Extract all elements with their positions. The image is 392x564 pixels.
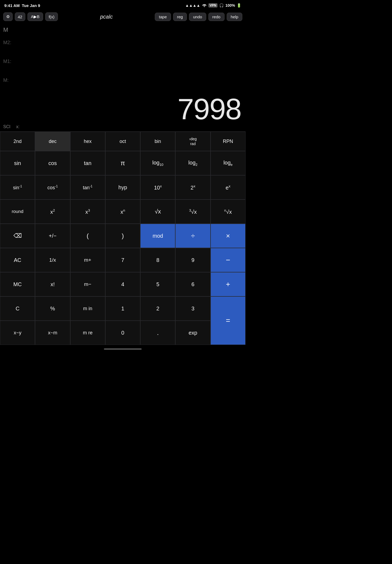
btn-acos[interactable]: cos-1 xyxy=(35,175,70,199)
calculator-grid: 2nd dec hex oct bin ›deg rad RPN sin cos… xyxy=(0,131,246,345)
redo-button[interactable]: redo xyxy=(208,13,225,21)
btn-multiply[interactable]: × xyxy=(211,224,246,248)
btn-1[interactable]: 1 xyxy=(105,296,140,321)
btn-percent[interactable]: % xyxy=(35,296,70,321)
btn-min[interactable]: m in xyxy=(70,296,105,321)
btn-oct[interactable]: oct xyxy=(105,132,140,151)
vpn-badge: VPN xyxy=(208,3,218,8)
toolbar: ⚙ 42 A▶B f(x) pcalc tape reg undo redo h… xyxy=(0,10,246,24)
btn-2nd[interactable]: 2nd xyxy=(0,132,35,151)
btn-xswapm[interactable]: x~m xyxy=(35,321,70,345)
btn-9[interactable]: 9 xyxy=(175,248,210,272)
btn-hex[interactable]: hex xyxy=(70,132,105,151)
btn-backspace[interactable]: ⌫ xyxy=(0,224,35,248)
stack-button[interactable]: 42 xyxy=(15,12,25,21)
btn-xn[interactable]: xn xyxy=(105,199,140,224)
btn-x2[interactable]: x2 xyxy=(35,199,70,224)
btn-dec[interactable]: dec xyxy=(35,132,70,151)
btn-mc[interactable]: MC xyxy=(0,272,35,296)
btn-ac[interactable]: AC xyxy=(0,248,35,272)
btn-3[interactable]: 3 xyxy=(175,296,210,321)
convert-button[interactable]: A▶B xyxy=(27,12,43,21)
btn-loge[interactable]: loge xyxy=(211,151,246,175)
home-indicator xyxy=(104,348,142,350)
btn-asin[interactable]: sin-1 xyxy=(0,175,35,199)
btn-subtract[interactable]: − xyxy=(211,248,246,272)
btn-round[interactable]: round xyxy=(0,199,35,224)
btn-mplus[interactable]: m+ xyxy=(70,248,105,272)
tape-button[interactable]: tape xyxy=(155,13,171,21)
time: 9:41 AM xyxy=(4,3,20,8)
btn-ex[interactable]: ex xyxy=(211,175,246,199)
btn-x3[interactable]: x3 xyxy=(70,199,105,224)
btn-atan[interactable]: tan-1 xyxy=(70,175,105,199)
btn-hyp[interactable]: hyp xyxy=(105,175,140,199)
btn-equals[interactable]: = xyxy=(211,296,246,345)
btn-sqrt[interactable]: √x xyxy=(140,199,175,224)
btn-sin[interactable]: sin xyxy=(0,151,35,175)
settings-button[interactable]: ⚙ xyxy=(3,12,13,21)
btn-xswapy[interactable]: x~y xyxy=(0,321,35,345)
btn-log10[interactable]: log10 xyxy=(140,151,175,175)
btn-open-paren[interactable]: ( xyxy=(70,224,105,248)
sci-label: SCI xyxy=(3,124,10,129)
btn-deg-rad[interactable]: ›deg rad xyxy=(175,132,210,151)
bottom-bar xyxy=(0,345,246,353)
mem-main-label: M xyxy=(3,26,8,33)
battery: 100% xyxy=(225,3,235,8)
display-area: M M2: M1: M: 7998 SCI x: xyxy=(0,24,246,131)
btn-6[interactable]: 6 xyxy=(175,272,210,296)
btn-factorial[interactable]: x! xyxy=(35,272,70,296)
status-bar: 9:41 AM Tue Jan 9 ▲▲▲▲ VPN 🎧 100% 🔋 xyxy=(0,0,246,10)
btn-10x[interactable]: 10x xyxy=(140,175,175,199)
btn-2x[interactable]: 2x xyxy=(175,175,210,199)
date: Tue Jan 9 xyxy=(22,3,40,8)
app-title: pcalc xyxy=(100,14,113,20)
btn-exp[interactable]: exp xyxy=(175,321,210,345)
btn-7[interactable]: 7 xyxy=(105,248,140,272)
btn-log2[interactable]: log2 xyxy=(175,151,210,175)
btn-reciprocal[interactable]: 1/x xyxy=(35,248,70,272)
btn-add[interactable]: + xyxy=(211,272,246,296)
btn-rpn[interactable]: RPN xyxy=(211,132,246,151)
btn-cos[interactable]: cos xyxy=(35,151,70,175)
undo-button[interactable]: undo xyxy=(189,13,206,21)
btn-mminus[interactable]: m− xyxy=(70,272,105,296)
btn-cbrt[interactable]: 3√x xyxy=(175,199,210,224)
btn-2[interactable]: 2 xyxy=(140,296,175,321)
btn-negate[interactable]: +/− xyxy=(35,224,70,248)
battery-icon: 🔋 xyxy=(237,3,241,8)
mem-m1-label: M1: xyxy=(3,59,11,64)
signal-icon: ▲▲▲▲ xyxy=(185,3,200,8)
wifi-icon xyxy=(202,3,207,8)
btn-close-paren[interactable]: ) xyxy=(105,224,140,248)
function-button[interactable]: f(x) xyxy=(45,12,58,21)
btn-divide[interactable]: ÷ xyxy=(175,224,210,248)
btn-8[interactable]: 8 xyxy=(140,248,175,272)
reg-button[interactable]: reg xyxy=(173,13,187,21)
btn-c[interactable]: C xyxy=(0,296,35,321)
headphone-icon: 🎧 xyxy=(219,3,224,8)
btn-mre[interactable]: m re xyxy=(70,321,105,345)
help-button[interactable]: help xyxy=(227,13,242,21)
btn-tan[interactable]: tan xyxy=(70,151,105,175)
btn-4[interactable]: 4 xyxy=(105,272,140,296)
btn-mod[interactable]: mod xyxy=(140,224,175,248)
btn-pi[interactable]: π xyxy=(105,151,140,175)
x-label: x: xyxy=(16,124,19,129)
btn-0[interactable]: 0 xyxy=(105,321,140,345)
btn-decimal[interactable]: . xyxy=(140,321,175,345)
mem-m-lower-label: M: xyxy=(3,78,9,83)
btn-bin[interactable]: bin xyxy=(140,132,175,151)
btn-5[interactable]: 5 xyxy=(140,272,175,296)
main-display: 7998 xyxy=(177,92,241,126)
mem-m2-label: M2: xyxy=(3,40,11,45)
btn-nroot[interactable]: n√x xyxy=(211,199,246,224)
